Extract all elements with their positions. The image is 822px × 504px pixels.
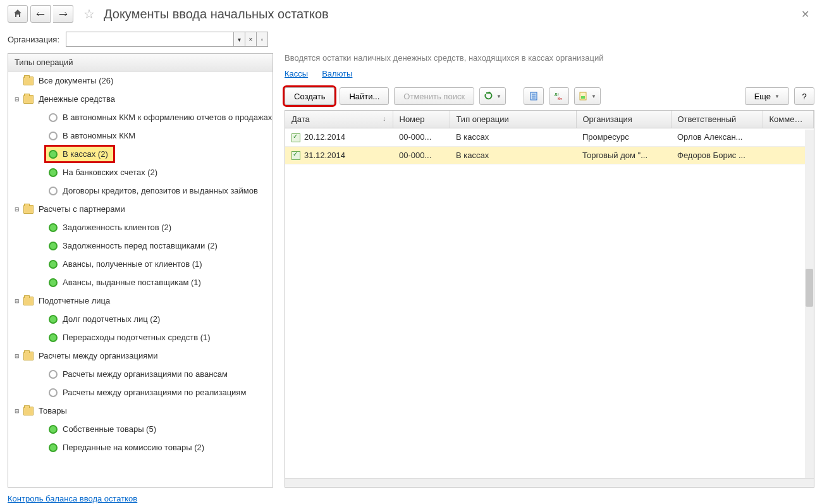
folder-icon [23, 95, 34, 104]
org-filter-row: Организация: ▾ × ▫ [0, 29, 822, 53]
tree-item[interactable]: На банковских счетах (2) [8, 163, 273, 181]
status-dot-empty-icon [49, 113, 58, 122]
horizontal-scrollbar[interactable] [285, 478, 814, 487]
refresh-button[interactable]: ▼ [479, 87, 506, 105]
tree-item[interactable]: Расчеты между организациями по реализаци… [8, 383, 273, 402]
favorite-icon[interactable]: ☆ [83, 6, 95, 22]
find-button[interactable]: Найти... [340, 87, 389, 105]
back-button[interactable]: 🡐 [30, 5, 51, 23]
forward-icon: 🡒 [59, 9, 68, 19]
folder-icon [23, 352, 34, 360]
sort-icon: ↓ [383, 114, 386, 122]
more-label: Еще [754, 92, 771, 101]
create-button[interactable]: Создать [285, 87, 334, 105]
tree-item-label-wrap: Собственные товары (5) [46, 424, 156, 434]
tree-item-label: Расчеты между организациями [39, 351, 157, 360]
tree-item-label: Задолженность перед поставщиками (2) [63, 241, 218, 250]
expander-icon[interactable]: ⊟ [13, 96, 21, 102]
tree-item[interactable]: Все документы (26) [8, 71, 273, 90]
table-row[interactable]: 31.12.201400-000...В кассахТорговый дом … [285, 146, 814, 164]
tab-kassy[interactable]: Кассы [285, 69, 308, 78]
vertical-scrollbar[interactable] [805, 130, 814, 478]
balance-control-link[interactable]: Контроль баланса ввода остатков [8, 494, 137, 503]
tree-item[interactable]: Перерасходы подотчетных средств (1) [8, 328, 273, 347]
col-resp[interactable]: Ответственный [671, 111, 763, 128]
col-op[interactable]: Тип операции [450, 111, 576, 128]
chevron-down-icon: ▼ [496, 94, 501, 99]
tree-item[interactable]: ⊟Расчеты между организациями [8, 347, 273, 365]
svg-text:Дт: Дт [555, 92, 559, 96]
help-button[interactable]: ? [794, 87, 814, 105]
tree-body[interactable]: Все документы (26)⊟Денежные средстваВ ав… [8, 71, 273, 488]
col-org[interactable]: Организация [576, 111, 671, 128]
org-open-button[interactable]: ▫ [256, 32, 267, 46]
table-scroll-area[interactable] [285, 164, 814, 478]
expander-icon[interactable]: ⊟ [13, 298, 21, 304]
tree-item[interactable]: Расчеты между организациями по авансам [8, 365, 273, 383]
table-row[interactable]: 20.12.201400-000...В кассахПромресурсОрл… [285, 128, 814, 147]
tree-item-label: Все документы (26) [39, 76, 113, 85]
cell-org: Торговый дом "... [576, 146, 671, 164]
tree-item[interactable]: Задолженность клиентов (2) [8, 218, 273, 237]
forward-button[interactable]: 🡒 [53, 5, 73, 23]
cancel-find-button: Отменить поиск [394, 87, 474, 105]
org-clear-button[interactable]: × [245, 32, 256, 46]
posted-doc-icon [291, 133, 300, 142]
tree-item[interactable]: ⊟Товары [8, 402, 273, 420]
tree-item-label-wrap: Задолженность перед поставщиками (2) [46, 241, 218, 250]
tree-item[interactable]: Авансы, полученные от клиентов (1) [8, 255, 273, 273]
tree-item[interactable]: Долг подотчетных лиц (2) [8, 310, 273, 328]
tree-item-label: В автономных ККМ [63, 131, 135, 140]
tree-item-label: В кассах (2) [63, 149, 108, 159]
status-dot-green-icon [49, 168, 58, 177]
scrollbar-thumb[interactable] [806, 269, 813, 307]
tree-item[interactable]: В автономных ККМ к оформлению отчетов о … [8, 108, 273, 126]
tree-item[interactable]: Переданные на комиссию товары (2) [8, 438, 273, 457]
tree-item-label: Авансы, полученные от клиентов (1) [63, 259, 202, 269]
tree-item-label-wrap: Денежные средства [21, 94, 115, 104]
tree-item[interactable]: ⊟Расчеты с партнерами [8, 200, 273, 218]
expander-icon[interactable]: ⊟ [13, 206, 21, 212]
tree-item[interactable]: Авансы, выданные поставщикам (1) [8, 273, 273, 292]
table-header-row: Дата↓ Номер Тип операции Организация Отв… [285, 111, 814, 128]
report-button-2[interactable]: ДтКт [549, 87, 569, 105]
tree-item[interactable]: Договоры кредитов, депозитов и выданных … [8, 181, 273, 200]
status-dot-green-icon [49, 150, 58, 159]
more-button[interactable]: Еще ▼ [745, 87, 789, 105]
tree-item-label-wrap: Товары [21, 406, 67, 415]
expander-icon[interactable]: ⊟ [13, 408, 21, 414]
table: Дата↓ Номер Тип операции Организация Отв… [285, 110, 814, 488]
tree-item[interactable]: Собственные товары (5) [8, 420, 273, 438]
tree-item[interactable]: ⊟Денежные средства [8, 90, 273, 108]
print-button[interactable]: ▼ [574, 87, 601, 105]
col-number[interactable]: Номер [393, 111, 450, 128]
tree-item-label-wrap: Долг подотчетных лиц (2) [46, 314, 160, 324]
tree-item[interactable]: Задолженность перед поставщиками (2) [8, 237, 273, 255]
cell-resp: Федоров Борис ... [671, 146, 763, 164]
report-button-1[interactable] [524, 87, 544, 105]
svg-rect-7 [581, 96, 585, 99]
toolbar: Создать Найти... Отменить поиск ▼ ДтКт [285, 87, 814, 105]
back-icon: 🡐 [36, 9, 45, 19]
expander-icon[interactable]: ⊟ [13, 353, 21, 359]
tab-links: Кассы Валюты [285, 69, 814, 78]
org-dropdown-button[interactable]: ▾ [233, 32, 245, 46]
tree-header: Типы операций [8, 53, 273, 71]
tree-item-label: Товары [39, 406, 67, 415]
tree-item[interactable]: ⊟Подотчетные лица [8, 292, 273, 310]
tree-item[interactable]: В кассах (2) [8, 145, 273, 163]
document-icon [529, 92, 538, 101]
tree-item-label: Расчеты между организациями по авансам [63, 369, 228, 379]
documents-table: Дата↓ Номер Тип операции Организация Отв… [285, 111, 814, 164]
folder-icon [23, 205, 34, 214]
col-comment[interactable]: Коммента... [763, 111, 814, 128]
tree-item-label: Денежные средства [39, 94, 115, 104]
close-button[interactable]: ✕ [796, 6, 814, 23]
tree-item[interactable]: В автономных ККМ [8, 126, 273, 145]
col-date[interactable]: Дата↓ [285, 111, 393, 128]
tab-valjuty[interactable]: Валюты [322, 69, 352, 78]
cell-number: 00-000... [393, 146, 450, 164]
status-dot-green-icon [49, 242, 58, 250]
home-button[interactable] [8, 5, 28, 23]
org-input[interactable] [66, 32, 233, 46]
